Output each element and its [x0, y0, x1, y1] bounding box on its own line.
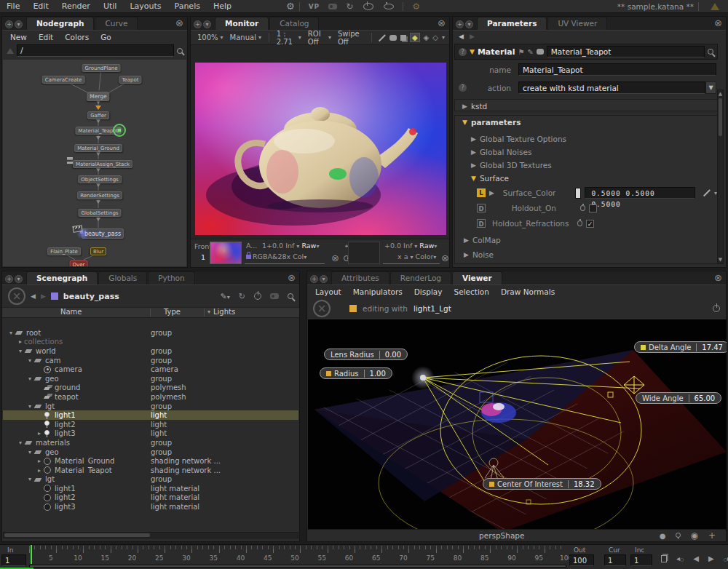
update-mode-dropdown[interactable]: Manual▾ — [228, 33, 264, 41]
tab-python[interactable]: Python — [148, 271, 194, 284]
scenegraph-row-teapot[interactable]: teapotpolymesh — [3, 392, 298, 402]
node-cameracreate[interactable]: CameraCreate — [42, 76, 85, 84]
tab-monitor[interactable]: Monitor — [215, 17, 269, 30]
wide-angle-label[interactable]: Wide Angle65.00 — [636, 392, 721, 404]
scenegraph-row-world[interactable]: ▾worldgroup — [3, 346, 298, 356]
menu-display[interactable]: Display — [409, 287, 448, 296]
lock-icon[interactable] — [246, 255, 251, 259]
expander-icon[interactable]: ▼ — [462, 119, 467, 126]
vertical-scrollbar[interactable]: ▲ ▼ — [717, 89, 724, 264]
scenegraph-row-collections[interactable]: ▸collections — [3, 338, 298, 347]
annotate-icon[interactable] — [379, 34, 386, 41]
pane-menu-icon[interactable]: ▾ — [320, 275, 328, 283]
out-field[interactable]: 100 — [569, 554, 594, 566]
menu-colors[interactable]: Colors — [60, 33, 94, 41]
menu-render[interactable]: Render — [55, 1, 97, 11]
scrollbar-thumb[interactable] — [719, 98, 722, 136]
add-pane-icon[interactable]: + — [194, 20, 202, 28]
search-icon[interactable] — [177, 48, 183, 54]
flag-icon[interactable]: ⚑ — [518, 48, 524, 56]
tab-globals[interactable]: Globals — [98, 271, 147, 284]
comment-icon[interactable] — [537, 49, 544, 55]
vp-toggle[interactable]: VP — [304, 3, 325, 10]
pixel-probe-icon[interactable]: ◇ — [432, 33, 438, 41]
expander-icon[interactable]: ▾ — [26, 403, 33, 410]
menu-file[interactable]: File — [0, 1, 26, 11]
menu-panels[interactable]: Panels — [168, 1, 207, 11]
close-pane-icon[interactable]: ⊗ — [284, 272, 299, 284]
tab-nodegraph[interactable]: Nodegraph — [26, 17, 94, 30]
close-pane-icon[interactable]: ⊗ — [711, 272, 726, 284]
copy-frame-icon[interactable] — [661, 555, 667, 562]
bookmark-icon[interactable] — [7, 48, 14, 54]
node-merge[interactable]: Merge — [87, 92, 109, 101]
pen-icon[interactable]: ✎▾ — [221, 292, 230, 301]
stopwatch-icon[interactable] — [580, 205, 585, 211]
menu-edit[interactable]: Edit — [33, 33, 58, 41]
help-icon[interactable]: ? — [459, 48, 467, 56]
menu-util[interactable]: Util — [97, 1, 123, 11]
power-icon[interactable] — [363, 3, 373, 10]
tab-catalog[interactable]: Catalog — [269, 17, 319, 30]
tab-attributes[interactable]: Attributes — [331, 271, 389, 284]
expander-icon[interactable]: ▾ — [17, 439, 24, 446]
menu-layout[interactable]: Layout — [310, 287, 347, 296]
tab-renderlog[interactable]: RenderLog — [390, 271, 451, 284]
dropdown-icon[interactable]: ▾ — [442, 34, 445, 41]
front-exposure[interactable]: 1+0.0 Inf ▾ Raw▾ — [262, 242, 319, 250]
menu-layouts[interactable]: Layouts — [123, 1, 167, 11]
node-rendersettings[interactable]: RenderSettings — [77, 191, 122, 199]
front-channels[interactable]: RGBA&28x Col▾ — [246, 252, 306, 260]
scenegraph-row-root[interactable]: ▾rootgroup — [3, 328, 298, 338]
add-pane-icon[interactable]: + — [5, 275, 13, 283]
delta-angle-label[interactable]: Delta Angle17.47 — [634, 341, 727, 353]
picker-icon[interactable] — [703, 189, 711, 196]
kstd-group[interactable]: ▶kstd — [454, 99, 718, 111]
scenegraph-row-light3[interactable]: ▸light3light — [3, 429, 298, 439]
scenegraph-row-light3[interactable]: light3light material — [3, 502, 298, 512]
scenegraph-row-light2[interactable]: light2light material — [3, 493, 298, 503]
gear-icon[interactable]: ⚙ — [286, 1, 295, 12]
node-gaffer[interactable]: Gaffer — [87, 111, 109, 119]
group-colmap[interactable]: ▶ColMap — [464, 236, 501, 244]
back-exposure[interactable]: +0.0 Inf ▾ Raw▾ — [384, 242, 437, 250]
roi-dropdown[interactable]: ROI Off▾ — [306, 30, 333, 46]
close-pane-icon[interactable]: ⊗ — [434, 17, 449, 30]
step-forward-icon[interactable]: ▶ — [708, 554, 714, 562]
nodegraph-canvas[interactable]: GroundPlaneCameraCreateTeapotMergeGaffer… — [3, 60, 186, 266]
expander-icon[interactable]: ▸ — [36, 458, 43, 464]
scenegraph-row-lgt[interactable]: ▾lgtgroup — [3, 475, 298, 485]
menu-help[interactable]: Help — [207, 1, 238, 11]
holdout-refractions-checkbox[interactable]: ✓ — [586, 220, 594, 228]
menu-go[interactable]: Go — [95, 33, 116, 41]
node-teapot[interactable]: Teapot — [119, 76, 141, 84]
expander-icon[interactable]: ▶ — [462, 103, 467, 110]
refresh-icon[interactable]: ↻ — [341, 1, 357, 12]
scenegraph-row-lgt[interactable]: ▾lgtgroup — [3, 402, 298, 411]
scenegraph-row-camera[interactable]: cameracamera — [3, 365, 298, 374]
node-blur[interactable]: Blur — [90, 247, 106, 255]
column-type[interactable]: Type — [164, 308, 181, 316]
tab-viewer[interactable]: Viewer — [452, 271, 502, 284]
node-name-field[interactable]: Material_Teapot — [547, 46, 705, 57]
add-pane-icon[interactable]: + — [456, 20, 464, 28]
render-icon[interactable]: ⚙ — [408, 1, 424, 12]
group-surface[interactable]: ▼Surface — [471, 174, 509, 183]
display-dot-icon[interactable]: ● — [660, 532, 666, 540]
expander-icon[interactable]: ▸ — [17, 338, 24, 345]
node-globalsettings[interactable]: GlobalSettings — [78, 209, 121, 217]
scroll-up-icon[interactable]: ▲ — [718, 91, 723, 97]
node-flain-plate[interactable]: Flain_Plate — [47, 247, 81, 255]
swipe-toggle[interactable]: Swipe Off — [336, 30, 366, 46]
close-pane-icon[interactable]: ⊗ — [172, 17, 187, 30]
pane-menu-icon[interactable]: ▾ — [15, 20, 23, 28]
scenegraph-row-geo[interactable]: ▾geogroup — [3, 447, 298, 457]
clear-scenegraph-icon[interactable]: × — [8, 287, 25, 305]
refresh-icon[interactable]: ↻ — [239, 292, 245, 301]
prev-key-icon[interactable]: ◂○ — [676, 554, 684, 562]
dropdown-icon[interactable]: ▼ — [705, 81, 716, 94]
scenegraph-row-material-ground[interactable]: ▸Material_Groundshading network ... — [3, 456, 298, 466]
scenegraph-row-geo[interactable]: ▾geogroup — [3, 374, 298, 383]
scenegraph-row-material-teapot[interactable]: ▸Material_Teapotshading network ... — [3, 466, 298, 475]
help-icon[interactable]: ? — [459, 84, 467, 92]
